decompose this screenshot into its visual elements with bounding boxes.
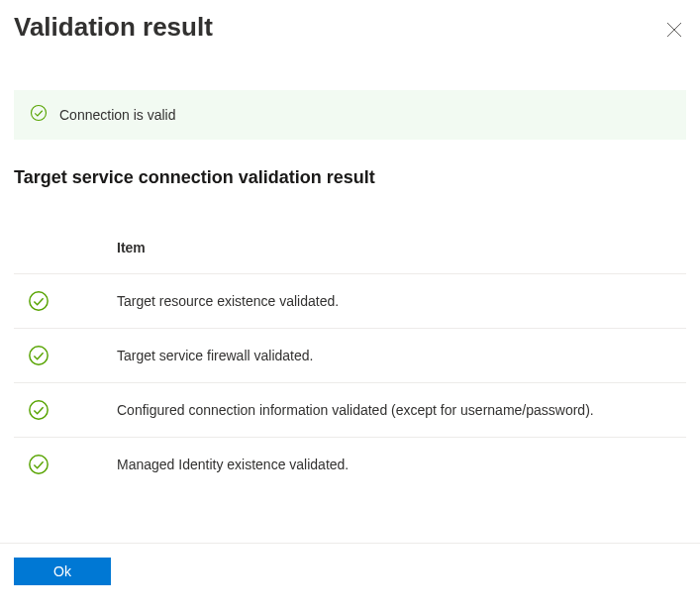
status-banner: Connection is valid bbox=[14, 90, 686, 140]
row-item-text: Configured connection information valida… bbox=[117, 402, 686, 418]
svg-point-6 bbox=[30, 456, 48, 473]
section-title: Target service connection validation res… bbox=[14, 167, 686, 188]
dialog-footer: Ok bbox=[0, 543, 700, 599]
success-check-icon bbox=[14, 399, 117, 421]
table-row: Managed Identity existence validated. bbox=[14, 437, 686, 491]
success-check-icon bbox=[14, 290, 117, 312]
success-check-icon bbox=[30, 104, 48, 126]
svg-point-5 bbox=[30, 401, 48, 419]
success-check-icon bbox=[14, 454, 117, 475]
table-row: Target service firewall validated. bbox=[14, 328, 686, 382]
svg-point-4 bbox=[30, 347, 48, 364]
close-icon bbox=[666, 22, 682, 38]
banner-message: Connection is valid bbox=[59, 107, 176, 123]
table-column-header: Item bbox=[14, 240, 686, 273]
row-item-text: Target service firewall validated. bbox=[117, 348, 686, 363]
svg-point-2 bbox=[32, 106, 47, 121]
table-row: Target resource existence validated. bbox=[14, 273, 686, 328]
row-item-text: Target resource existence validated. bbox=[117, 293, 686, 309]
dialog-title: Validation result bbox=[14, 12, 213, 43]
row-item-text: Managed Identity existence validated. bbox=[117, 457, 686, 472]
close-button[interactable] bbox=[662, 18, 686, 42]
success-check-icon bbox=[14, 345, 117, 366]
ok-button[interactable]: Ok bbox=[14, 558, 111, 585]
svg-point-3 bbox=[30, 292, 48, 310]
dialog-header: Validation result bbox=[14, 12, 686, 43]
table-row: Configured connection information valida… bbox=[14, 382, 686, 437]
